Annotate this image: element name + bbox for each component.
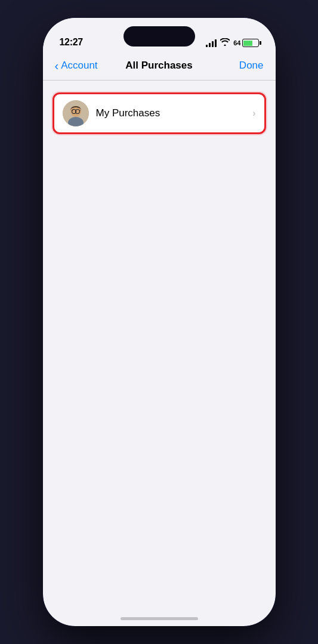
- back-button[interactable]: ‹ Account: [55, 60, 109, 72]
- avatar: [63, 100, 89, 126]
- svg-line-6: [72, 111, 72, 112]
- signal-bar-3: [212, 41, 214, 47]
- signal-bar-2: [209, 43, 211, 47]
- my-purchases-item[interactable]: My Purchases ›: [53, 92, 266, 134]
- screen: 12:27 64: [43, 18, 276, 626]
- signal-bar-4: [215, 39, 217, 47]
- dynamic-island: [124, 26, 195, 47]
- battery-fill: [243, 41, 252, 46]
- done-button[interactable]: Done: [210, 60, 264, 72]
- signal-bar-1: [206, 45, 208, 47]
- page-title: All Purchases: [109, 60, 210, 72]
- battery-body: [242, 39, 259, 47]
- battery-level: 64: [233, 39, 240, 47]
- chevron-right-icon: ›: [252, 108, 255, 119]
- back-label: Account: [61, 60, 97, 72]
- home-indicator: [121, 617, 198, 620]
- wifi-icon: [220, 38, 230, 48]
- navigation-header: ‹ Account All Purchases Done: [43, 52, 276, 80]
- svg-line-7: [79, 111, 80, 112]
- signal-icon: [206, 39, 217, 47]
- battery-icon: 64: [233, 39, 258, 47]
- content-area: My Purchases ›: [43, 80, 276, 146]
- status-icons: 64: [206, 38, 258, 48]
- my-purchases-label: My Purchases: [96, 107, 253, 119]
- phone-frame: 12:27 64: [43, 18, 276, 626]
- status-time: 12:27: [60, 37, 83, 48]
- purchases-list: My Purchases ›: [53, 92, 266, 134]
- chevron-left-icon: ‹: [55, 60, 59, 72]
